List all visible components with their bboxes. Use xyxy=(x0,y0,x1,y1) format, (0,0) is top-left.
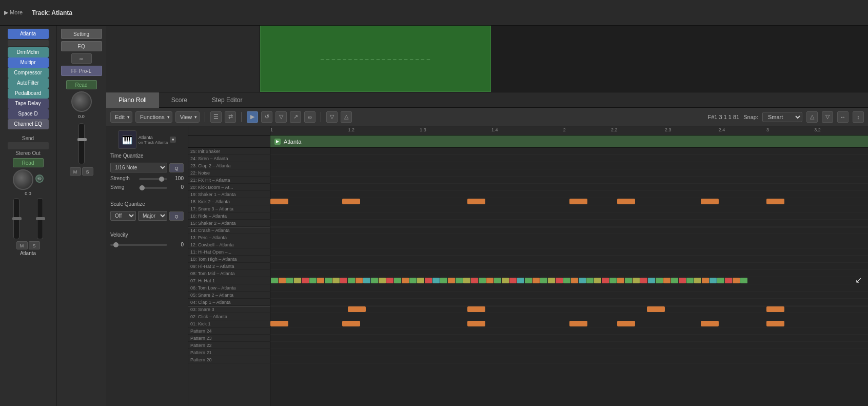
link-button[interactable]: ∞ xyxy=(71,53,92,64)
drum-key-24[interactable]: 01: Kick 1 xyxy=(188,320,270,327)
nudge-down-icon[interactable]: ▽ xyxy=(822,111,833,123)
solo-button-left[interactable]: S xyxy=(29,241,40,249)
send-knob[interactable]: +2 xyxy=(35,175,44,183)
tab-step-editor[interactable]: Step Editor xyxy=(200,92,254,108)
plugin-pedalboard-btn[interactable]: Pedalboard xyxy=(8,88,49,99)
drum-key-16[interactable]: 09: Hi-Hat 2 – Atlanta xyxy=(188,263,270,270)
timeline: 1 1.2 1.3 1.4 2 2.2 2.3 2.4 3 3.2 xyxy=(270,126,868,136)
strength-slider[interactable] xyxy=(139,178,167,180)
drum-key-15[interactable]: 10: Tom High – Atlanta xyxy=(188,256,270,263)
swing-slider[interactable] xyxy=(139,187,167,189)
edit-menu-btn[interactable]: Edit xyxy=(110,111,132,123)
drum-key-25[interactable]: Pattern 24 xyxy=(188,327,270,335)
drum-key-17[interactable]: 08: Tom Mid – Atlanta xyxy=(188,270,270,277)
plugin-spaced-btn[interactable]: Space D xyxy=(8,109,49,119)
drum-key-0[interactable]: 25: Init:Shaker xyxy=(188,148,270,155)
drum-key-20[interactable]: 05: Snare 2 – Atlanta xyxy=(188,292,270,299)
drum-key-11[interactable]: 14: Crash – Atlanta xyxy=(188,227,270,234)
setting-button[interactable]: Setting xyxy=(61,29,102,39)
toolbar: Edit Functions View ☰ ⇄ ▶ ↺ ▽ ↗ ∞ ▽ △ F#… xyxy=(106,108,868,126)
nudge-up-icon[interactable]: △ xyxy=(806,111,818,123)
list-icon[interactable]: ☰ xyxy=(210,111,222,123)
loop-icon[interactable]: ↺ xyxy=(261,111,272,123)
notes-grid[interactable]: ↙ xyxy=(270,148,868,406)
top-bar: ▶ More Track: Atlanta xyxy=(0,0,868,26)
drum-key-28[interactable]: Pattern 21 xyxy=(188,349,270,356)
region-arrow-btn[interactable]: ▾ xyxy=(170,137,176,143)
tab-score[interactable]: Score xyxy=(159,92,200,108)
note-value-select[interactable]: 1/16 Note xyxy=(110,163,167,172)
swap-icon[interactable]: ⇄ xyxy=(225,111,236,123)
velocity-slider[interactable] xyxy=(110,244,167,246)
drum-key-23[interactable]: 02: Click – Atlanta xyxy=(188,313,270,320)
region-indicator[interactable]: ▶ xyxy=(274,139,281,145)
plugin-channeleq-btn[interactable]: Channel EQ xyxy=(8,119,49,129)
plugin-autofilter-btn[interactable]: AutoFilter xyxy=(8,78,49,88)
eq-button[interactable]: EQ xyxy=(61,41,102,51)
arrow-icon[interactable]: ↗ xyxy=(290,111,301,123)
drum-key-21[interactable]: 04: Clap 1 – Atlanta xyxy=(188,299,270,306)
drum-key-22[interactable]: 03: Snare 3 xyxy=(188,306,270,313)
mute-button-right[interactable]: M xyxy=(70,167,81,176)
plugin-multipr-btn[interactable]: Multipr xyxy=(8,57,49,68)
plugin-drmmchn-btn[interactable]: DrmMchn xyxy=(8,47,49,57)
snap-select[interactable]: Smart xyxy=(762,112,802,122)
tab-bar: Piano Roll Score Step Editor xyxy=(106,92,868,108)
resize2-icon[interactable]: ↕ xyxy=(853,111,864,123)
drum-key-10[interactable]: 15: Shaker 2 – Atlanta xyxy=(188,220,270,227)
scale-row: Off Major Q xyxy=(110,211,184,221)
drum-key-18[interactable]: 07: Hi-Hat 1 xyxy=(188,277,270,284)
keys-notes-area: 25: Init:Shaker24: Siren – Atlanta23: Cl… xyxy=(188,148,868,406)
region-collapse-btn[interactable]: Atlanta on Track Atlanta xyxy=(139,135,168,145)
read-button-left[interactable]: Read xyxy=(13,158,44,167)
drum-key-29[interactable]: Pattern 20 xyxy=(188,356,270,363)
fader-right-left-panel[interactable] xyxy=(37,198,43,239)
snap-info: F#1 3 1 1 81 Snap: Smart △ ▽ ↔ ↕ xyxy=(707,111,864,123)
filter-icon[interactable]: ▽ xyxy=(275,111,287,123)
drum-key-3[interactable]: 22: Noise xyxy=(188,169,270,177)
scale-off-select[interactable]: Off xyxy=(110,211,136,221)
pan-knob[interactable] xyxy=(13,169,33,190)
tab-piano-roll[interactable]: Piano Roll xyxy=(106,92,159,108)
plugin-tapedelay-btn[interactable]: Tape Delay xyxy=(8,99,49,109)
value-left: 0.0 xyxy=(25,191,31,196)
drum-key-2[interactable]: 23: Clap 2 – Atlanta xyxy=(188,162,270,169)
fader-right[interactable] xyxy=(78,123,85,164)
mute-button-left[interactable]: M xyxy=(16,241,28,249)
resize-icon[interactable]: ↔ xyxy=(837,111,849,123)
q-button[interactable]: Q xyxy=(169,163,184,172)
fader-left[interactable] xyxy=(13,198,19,239)
drum-key-14[interactable]: 11: Hi-Hat Open –... xyxy=(188,248,270,256)
scale-q-btn[interactable]: Q xyxy=(169,211,184,221)
strength-value: 100 xyxy=(169,176,184,181)
pan-knob-right[interactable] xyxy=(71,91,92,112)
drum-key-8[interactable]: 17: Snare 3 – Atlanta xyxy=(188,205,270,212)
ff-button[interactable]: FF Pro-L xyxy=(61,66,102,76)
region-name-row: ▶ Atlanta xyxy=(188,136,868,148)
drum-key-7[interactable]: 18: Kick 2 – Atlanta xyxy=(188,198,270,205)
drum-key-4[interactable]: 21: FX Hit – Atlanta xyxy=(188,177,270,184)
vel-down-icon[interactable]: ▽ xyxy=(326,111,338,123)
play-icon[interactable]: ▶ xyxy=(247,111,258,123)
snare3-row-notes xyxy=(270,306,868,313)
drum-key-9[interactable]: 16: Ride – Atlanta xyxy=(188,212,270,220)
link2-icon[interactable]: ∞ xyxy=(304,111,315,123)
more-button[interactable]: ▶ More xyxy=(4,9,23,16)
plugin-compressor-btn[interactable]: Compressor xyxy=(8,68,49,78)
drum-key-12[interactable]: 13: Perc – Atlanta xyxy=(188,234,270,241)
functions-menu-btn[interactable]: Functions xyxy=(135,111,172,123)
drum-key-27[interactable]: Pattern 22 xyxy=(188,342,270,349)
drum-key-1[interactable]: 24: Siren – Atlanta xyxy=(188,155,270,162)
solo-button-right[interactable]: S xyxy=(82,167,93,176)
drum-key-6[interactable]: 19: Shaker 1 – Atlanta xyxy=(188,191,270,198)
drum-key-5[interactable]: 20: Kick Boom – At... xyxy=(188,184,270,191)
drum-key-13[interactable]: 12: Cowbell – Atlanta xyxy=(188,241,270,248)
note-value-row: 1/16 Note Q xyxy=(110,163,184,172)
drum-key-26[interactable]: Pattern 23 xyxy=(188,335,270,342)
view-menu-btn[interactable]: View xyxy=(175,111,200,123)
plugin-atlanta-btn[interactable]: Atlanta xyxy=(8,29,49,39)
vel-up-icon[interactable]: △ xyxy=(341,111,352,123)
read-button-right[interactable]: Read xyxy=(66,80,97,89)
scale-major-select[interactable]: Major xyxy=(138,211,167,221)
drum-key-19[interactable]: 06: Tom Low – Atlanta xyxy=(188,284,270,292)
